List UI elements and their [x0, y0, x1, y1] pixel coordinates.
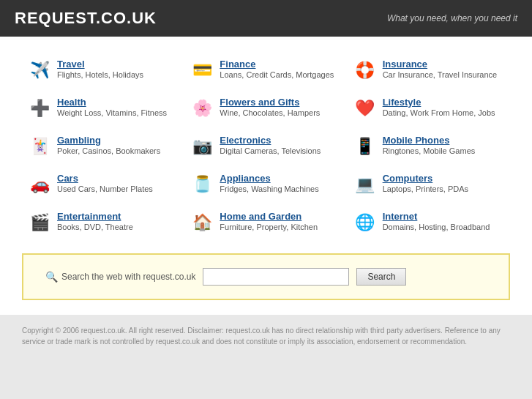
category-title-electronics[interactable]: Electronics: [220, 135, 321, 146]
category-title-internet[interactable]: Internet: [383, 211, 490, 222]
category-insurance: 🛟InsuranceCar Insurance, Travel Insuranc…: [348, 51, 510, 89]
link-entertainment-0[interactable]: Books: [57, 223, 80, 231]
category-links-computers: Laptops, Printers, PDAs: [383, 184, 468, 193]
link-gambling-2[interactable]: Bookmakers: [116, 146, 160, 155]
category-title-entertainment[interactable]: Entertainment: [57, 211, 133, 222]
category-gambling: 🃏GamblingPoker, Casinos, Bookmakers: [22, 127, 184, 165]
search-input[interactable]: [203, 268, 349, 286]
link-insurance-0[interactable]: Car Insurance: [383, 70, 433, 79]
category-text-insurance: InsuranceCar Insurance, Travel Insurance: [383, 59, 498, 79]
link-gambling-1[interactable]: Casinos: [82, 146, 111, 155]
link-health-1[interactable]: Vitamins: [105, 108, 136, 117]
link-appliances-1[interactable]: Washing Machines: [251, 184, 319, 193]
link-entertainment-1[interactable]: DVD: [84, 223, 101, 231]
link-computers-1[interactable]: Printers: [416, 184, 443, 193]
insurance-icon: 🛟: [353, 59, 377, 82]
footer-text: Copyright © 2006 request.co.uk. All righ…: [22, 327, 501, 346]
category-cars: 🚗CarsUsed Cars, Number Plates: [22, 165, 184, 204]
link-finance-2[interactable]: Mortgages: [296, 70, 334, 79]
gambling-icon: 🃏: [28, 135, 51, 158]
link-travel-2[interactable]: Holidays: [113, 70, 143, 79]
category-links-cars: Used Cars, Number Plates: [57, 184, 153, 193]
category-text-gambling: GamblingPoker, Casinos, Bookmakers: [57, 135, 160, 155]
link-cars-1[interactable]: Number Plates: [100, 184, 153, 193]
link-lifestyle-2[interactable]: Jobs: [478, 108, 495, 117]
category-text-cars: CarsUsed Cars, Number Plates: [57, 173, 153, 193]
entertainment-icon: 🎬: [28, 211, 51, 234]
search-text: Search the web with request.co.uk: [61, 272, 195, 282]
category-title-insurance[interactable]: Insurance: [383, 59, 498, 70]
link-lifestyle-0[interactable]: Dating: [383, 108, 406, 117]
link-finance-1[interactable]: Credit Cards: [246, 70, 291, 79]
lifestyle-icon: ❤️: [353, 97, 377, 120]
main-content: ✈️TravelFlights, Hotels, Holidays💳Financ…: [0, 37, 532, 315]
link-flowers-0[interactable]: Wine: [220, 108, 238, 117]
category-links-home: Furniture, Property, Kitchen: [220, 223, 318, 231]
link-entertainment-2[interactable]: Theatre: [105, 223, 133, 231]
link-home-0[interactable]: Furniture: [220, 223, 252, 231]
search-icon: 🔍: [45, 271, 58, 283]
home-icon: 🏠: [190, 211, 214, 234]
category-links-insurance: Car Insurance, Travel Insurance: [383, 70, 498, 79]
category-travel: ✈️TravelFlights, Hotels, Holidays: [22, 51, 184, 89]
link-flowers-2[interactable]: Hampers: [288, 108, 321, 117]
category-title-mobile[interactable]: Mobile Phones: [383, 135, 476, 146]
category-title-gambling[interactable]: Gambling: [57, 135, 160, 146]
category-title-finance[interactable]: Finance: [220, 59, 334, 70]
category-title-health[interactable]: Health: [57, 97, 167, 108]
category-links-health: Weight Loss, Vitamins, Fitness: [57, 108, 167, 117]
category-text-health: HealthWeight Loss, Vitamins, Fitness: [57, 97, 167, 117]
footer: Copyright © 2006 request.co.uk. All righ…: [0, 315, 532, 357]
category-links-lifestyle: Dating, Work From Home, Jobs: [383, 108, 495, 117]
link-insurance-1[interactable]: Travel Insurance: [438, 70, 498, 79]
link-electronics-1[interactable]: Televisions: [282, 146, 321, 155]
finance-icon: 💳: [190, 59, 214, 82]
category-title-travel[interactable]: Travel: [57, 59, 143, 70]
category-electronics: 📷ElectronicsDigital Cameras, Televisions: [184, 127, 347, 165]
link-appliances-0[interactable]: Fridges: [220, 184, 247, 193]
category-text-finance: FinanceLoans, Credit Cards, Mortgages: [220, 59, 334, 79]
appliances-icon: 🫙: [190, 173, 214, 196]
category-links-mobile: Ringtones, Mobile Games: [383, 146, 476, 155]
cars-icon: 🚗: [28, 173, 51, 196]
link-computers-2[interactable]: PDAs: [448, 184, 468, 193]
category-title-cars[interactable]: Cars: [57, 173, 153, 184]
mobile-icon: 📱: [353, 135, 377, 158]
category-title-appliances[interactable]: Appliances: [220, 173, 318, 184]
search-section: 🔍 Search the web with request.co.uk Sear…: [22, 253, 510, 300]
search-button[interactable]: Search: [356, 268, 406, 286]
link-travel-1[interactable]: Hotels: [86, 70, 108, 79]
category-title-lifestyle[interactable]: Lifestyle: [383, 97, 495, 108]
link-travel-0[interactable]: Flights: [57, 70, 80, 79]
flowers-icon: 🌸: [190, 97, 214, 120]
link-finance-0[interactable]: Loans: [220, 70, 241, 79]
link-internet-1[interactable]: Hosting: [419, 223, 446, 231]
link-gambling-0[interactable]: Poker: [57, 146, 78, 155]
search-label: 🔍 Search the web with request.co.uk: [45, 271, 195, 283]
category-title-computers[interactable]: Computers: [383, 173, 468, 184]
link-home-2[interactable]: Kitchen: [291, 223, 318, 231]
category-links-internet: Domains, Hosting, Broadband: [383, 223, 490, 231]
header: REQUEST.CO.UK What you need, when you ne…: [0, 0, 532, 37]
category-links-travel: Flights, Hotels, Holidays: [57, 70, 143, 79]
category-flowers: 🌸Flowers and GiftsWine, Chocolates, Hamp…: [184, 89, 347, 127]
link-lifestyle-1[interactable]: Work From Home: [411, 108, 474, 117]
category-title-home[interactable]: Home and Garden: [220, 211, 318, 222]
link-health-2[interactable]: Fitness: [141, 108, 167, 117]
link-health-0[interactable]: Weight Loss: [57, 108, 101, 117]
link-internet-0[interactable]: Domains: [383, 223, 414, 231]
link-internet-2[interactable]: Broadband: [451, 223, 490, 231]
link-computers-0[interactable]: Laptops: [383, 184, 411, 193]
category-title-flowers[interactable]: Flowers and Gifts: [220, 97, 320, 108]
link-electronics-0[interactable]: Digital Cameras: [220, 146, 277, 155]
link-mobile-1[interactable]: Mobile Games: [423, 146, 475, 155]
electronics-icon: 📷: [190, 135, 214, 158]
computers-icon: 💻: [353, 173, 377, 196]
category-entertainment: 🎬EntertainmentBooks, DVD, Theatre: [22, 204, 184, 242]
link-flowers-1[interactable]: Chocolates: [243, 108, 283, 117]
link-home-1[interactable]: Property: [256, 223, 286, 231]
category-text-entertainment: EntertainmentBooks, DVD, Theatre: [57, 211, 133, 231]
link-mobile-0[interactable]: Ringtones: [383, 146, 419, 155]
category-links-appliances: Fridges, Washing Machines: [220, 184, 318, 193]
link-cars-0[interactable]: Used Cars: [57, 184, 95, 193]
